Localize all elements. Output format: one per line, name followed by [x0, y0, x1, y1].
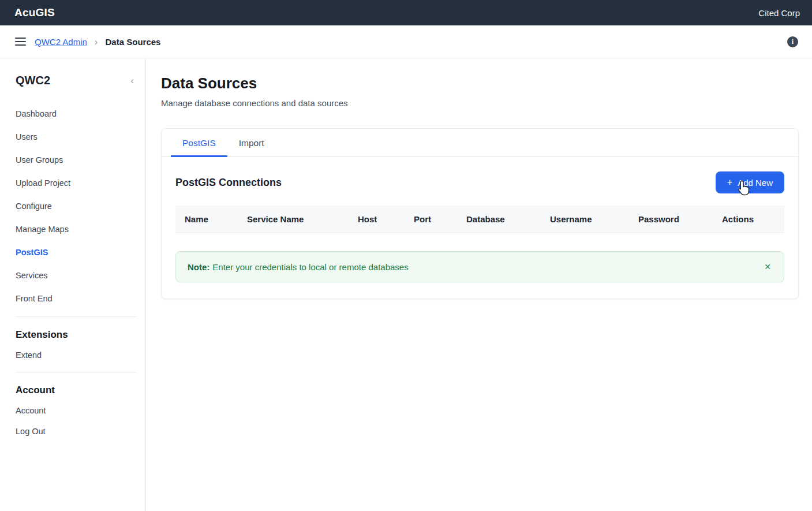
breadcrumb-current: Data Sources — [106, 37, 161, 47]
sidebar-item-services[interactable]: Services — [16, 264, 136, 287]
sidebar-item-users[interactable]: Users — [16, 125, 136, 148]
note-alert: Note: Enter your credentials to local or… — [175, 251, 784, 282]
sidebar-item-extend[interactable]: Extend — [16, 345, 136, 365]
breadcrumb-link-qwc2-admin[interactable]: QWC2 Admin — [35, 37, 87, 47]
column-header-host: Host — [349, 206, 405, 233]
page-title: Data Sources — [161, 74, 799, 92]
add-new-button[interactable]: + Add New — [716, 171, 784, 193]
add-new-button-label: Add New — [738, 178, 773, 188]
plus-icon: + — [727, 178, 732, 187]
chevron-right-icon: › — [95, 37, 98, 47]
app-brand[interactable]: AcuGIS — [14, 6, 55, 19]
column-header-name: Name — [175, 206, 238, 233]
sidebar-title: QWC2 — [16, 74, 50, 87]
info-icon[interactable]: i — [787, 36, 798, 47]
table-header-row: Name Service Name Host Port Database Use… — [175, 206, 784, 233]
column-header-database: Database — [457, 206, 541, 233]
sidebar-item-postgis[interactable]: PostGIS — [16, 241, 136, 264]
sidebar-divider — [16, 316, 136, 317]
sidebar-item-user-groups[interactable]: User Groups — [16, 148, 136, 171]
page-subtitle: Manage database connections and data sou… — [161, 98, 799, 108]
column-header-service-name: Service Name — [238, 206, 349, 233]
sidebar-divider — [16, 372, 136, 372]
column-header-username: Username — [541, 206, 629, 233]
tab-import[interactable]: Import — [227, 129, 276, 157]
sidebar-item-upload-project[interactable]: Upload Project — [16, 171, 136, 195]
sidebar-item-account[interactable]: Account — [16, 400, 136, 421]
sidebar-section-account: Account — [16, 379, 136, 400]
column-header-password: Password — [629, 206, 713, 233]
postgis-connections-table: Name Service Name Host Port Database Use… — [175, 206, 784, 233]
sidebar-nav: Dashboard Users User Groups Upload Proje… — [16, 102, 136, 310]
main-content: Data Sources Manage database connections… — [146, 58, 812, 511]
note-prefix: Note: — [188, 262, 209, 272]
column-header-actions: Actions — [713, 206, 784, 233]
sidebar: QWC2 ‹ Dashboard Users User Groups Uploa… — [0, 58, 146, 511]
close-icon[interactable]: ✕ — [763, 262, 772, 272]
sidebar-collapse-icon[interactable]: ‹ — [128, 75, 136, 87]
sidebar-item-dashboard[interactable]: Dashboard — [16, 102, 136, 125]
sidebar-item-manage-maps[interactable]: Manage Maps — [16, 218, 136, 241]
account-name[interactable]: Cited Corp — [758, 8, 800, 18]
note-message: Enter your credentials to local or remot… — [212, 262, 408, 272]
sidebar-item-log-out[interactable]: Log Out — [16, 421, 136, 442]
sidebar-item-front-end[interactable]: Front End — [16, 287, 136, 310]
menu-toggle-icon[interactable] — [15, 36, 26, 47]
column-header-port: Port — [405, 206, 457, 233]
panel-title: PostGIS Connections — [175, 177, 282, 189]
sidebar-item-configure[interactable]: Configure — [16, 195, 136, 218]
breadcrumb-bar: QWC2 Admin › Data Sources i — [0, 25, 812, 58]
data-sources-card: PostGIS Import PostGIS Connections + Add… — [161, 128, 799, 299]
top-navbar: AcuGIS Cited Corp — [0, 0, 812, 25]
tab-bar: PostGIS Import — [162, 129, 798, 157]
sidebar-section-extensions: Extensions — [16, 324, 136, 345]
tab-postgis[interactable]: PostGIS — [171, 129, 227, 157]
